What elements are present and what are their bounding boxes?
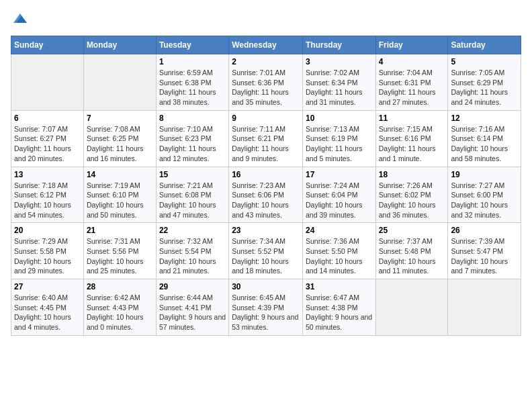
sunrise: Sunrise: 7:32 AM [159,237,213,245]
day-info: Sunrise: 7:19 AMSunset: 6:10 PMDaylight:… [87,181,153,220]
day-number: 26 [451,226,518,235]
daylight: Daylight: 11 hours and 27 minutes. [379,88,436,106]
sunset: Sunset: 4:39 PM [232,304,284,312]
daylight: Daylight: 11 hours and 38 minutes. [159,88,216,106]
sunrise: Sunrise: 7:36 AM [306,237,359,245]
day-number: 19 [451,170,518,179]
sunset: Sunset: 6:25 PM [87,134,139,142]
sunset: Sunset: 6:23 PM [159,134,212,142]
sunset: Sunset: 6:36 PM [232,79,284,87]
calendar-cell: 14Sunrise: 7:19 AMSunset: 6:10 PMDayligh… [83,167,156,223]
sunrise: Sunrise: 6:42 AM [87,293,140,302]
daylight: Daylight: 10 hours and 4 minutes. [14,313,71,331]
day-info: Sunrise: 7:15 AMSunset: 6:16 PMDaylight:… [379,124,445,164]
calendar-cell [448,279,521,336]
sunset: Sunset: 5:54 PM [159,247,212,255]
sunset: Sunset: 6:21 PM [232,134,284,142]
calendar-cell: 8Sunrise: 7:10 AMSunset: 6:23 PMDaylight… [156,110,228,167]
day-info: Sunrise: 6:45 AMSunset: 4:39 PMDaylight:… [232,293,300,332]
day-info: Sunrise: 7:18 AMSunset: 6:12 PMDaylight:… [14,181,81,220]
day-info: Sunrise: 7:24 AMSunset: 6:04 PMDaylight:… [306,181,373,220]
calendar-cell: 17Sunrise: 7:24 AMSunset: 6:04 PMDayligh… [302,167,375,223]
page-header [11,11,521,30]
sunset: Sunset: 5:58 PM [14,247,66,255]
sunrise: Sunrise: 7:05 AM [451,68,504,77]
day-number: 14 [87,170,153,179]
day-number: 1 [159,57,226,66]
sunrise: Sunrise: 7:16 AM [451,125,504,133]
calendar-week-1: 1Sunrise: 6:59 AMSunset: 6:38 PMDaylight… [11,54,521,111]
day-number: 3 [306,57,373,66]
calendar-header-row: SundayMondayTuesdayWednesdayThursdayFrid… [11,36,521,54]
sunrise: Sunrise: 7:13 AM [306,125,359,133]
sunrise: Sunrise: 7:02 AM [306,68,359,77]
calendar-cell: 9Sunrise: 7:11 AMSunset: 6:21 PMDaylight… [229,110,303,167]
sunset: Sunset: 4:41 PM [159,304,212,312]
calendar-cell: 28Sunrise: 6:42 AMSunset: 4:43 PMDayligh… [83,279,156,336]
day-number: 24 [306,226,373,235]
sunrise: Sunrise: 7:31 AM [87,237,140,245]
day-number: 22 [159,226,226,235]
calendar-cell: 25Sunrise: 7:37 AMSunset: 5:48 PMDayligh… [375,223,448,279]
day-info: Sunrise: 6:40 AMSunset: 4:45 PMDaylight:… [14,293,81,332]
sunset: Sunset: 5:48 PM [379,247,431,255]
day-info: Sunrise: 7:02 AMSunset: 6:34 PMDaylight:… [306,68,373,107]
day-info: Sunrise: 7:32 AMSunset: 5:54 PMDaylight:… [159,236,226,276]
day-number: 10 [306,113,373,123]
sunset: Sunset: 5:50 PM [306,247,358,255]
daylight: Daylight: 11 hours and 16 minutes. [87,144,144,163]
daylight: Daylight: 10 hours and 50 minutes. [87,201,144,219]
day-number: 2 [232,57,300,66]
daylight: Daylight: 10 hours and 32 minutes. [451,201,508,219]
calendar-cell: 26Sunrise: 7:39 AMSunset: 5:47 PMDayligh… [448,223,521,279]
day-info: Sunrise: 7:05 AMSunset: 6:29 PMDaylight:… [451,68,518,107]
day-number: 17 [306,170,373,179]
day-info: Sunrise: 7:31 AMSunset: 5:56 PMDaylight:… [87,236,153,276]
sunrise: Sunrise: 6:59 AM [159,68,213,77]
day-number: 9 [232,113,300,123]
sunset: Sunset: 6:29 PM [451,79,503,87]
calendar-cell: 23Sunrise: 7:34 AMSunset: 5:52 PMDayligh… [229,223,303,279]
header-day-saturday: Saturday [448,36,521,54]
sunset: Sunset: 4:43 PM [87,304,139,312]
day-info: Sunrise: 7:10 AMSunset: 6:23 PMDaylight:… [159,124,226,164]
daylight: Daylight: 9 hours and 57 minutes. [159,313,226,331]
daylight: Daylight: 11 hours and 1 minute. [379,144,436,163]
day-number: 4 [379,57,445,66]
sunset: Sunset: 6:34 PM [306,79,358,87]
day-number: 25 [379,226,445,235]
sunrise: Sunrise: 7:29 AM [14,237,68,245]
sunset: Sunset: 6:06 PM [232,191,284,199]
sunrise: Sunrise: 7:24 AM [306,181,359,189]
daylight: Daylight: 10 hours and 18 minutes. [232,257,289,275]
sunrise: Sunrise: 6:44 AM [159,293,213,302]
sunrise: Sunrise: 7:01 AM [232,68,285,77]
calendar-cell: 29Sunrise: 6:44 AMSunset: 4:41 PMDayligh… [156,279,228,336]
header-day-tuesday: Tuesday [156,36,228,54]
day-number: 30 [232,282,300,291]
day-info: Sunrise: 7:16 AMSunset: 6:14 PMDaylight:… [451,124,518,164]
logo-icon [12,11,28,27]
sunset: Sunset: 6:16 PM [379,134,431,142]
sunset: Sunset: 5:56 PM [87,247,139,255]
sunrise: Sunrise: 7:26 AM [379,181,433,189]
calendar-cell [375,279,448,336]
calendar-cell [83,54,156,111]
day-info: Sunrise: 7:21 AMSunset: 6:08 PMDaylight:… [159,181,226,220]
sunrise: Sunrise: 7:34 AM [232,237,285,245]
calendar-cell: 10Sunrise: 7:13 AMSunset: 6:19 PMDayligh… [302,110,375,167]
day-number: 21 [87,226,153,235]
sunrise: Sunrise: 7:07 AM [14,125,68,133]
daylight: Daylight: 10 hours and 14 minutes. [306,257,363,275]
calendar-cell: 2Sunrise: 7:01 AMSunset: 6:36 PMDaylight… [229,54,303,111]
day-number: 13 [14,170,81,179]
calendar-week-3: 13Sunrise: 7:18 AMSunset: 6:12 PMDayligh… [11,167,521,223]
day-number: 8 [159,113,226,123]
sunrise: Sunrise: 7:04 AM [379,68,433,77]
daylight: Daylight: 11 hours and 5 minutes. [306,144,363,163]
day-info: Sunrise: 7:34 AMSunset: 5:52 PMDaylight:… [232,236,300,276]
logo [11,11,30,30]
calendar-week-4: 20Sunrise: 7:29 AMSunset: 5:58 PMDayligh… [11,223,521,279]
sunset: Sunset: 6:27 PM [14,134,66,142]
daylight: Daylight: 10 hours and 58 minutes. [451,144,508,163]
